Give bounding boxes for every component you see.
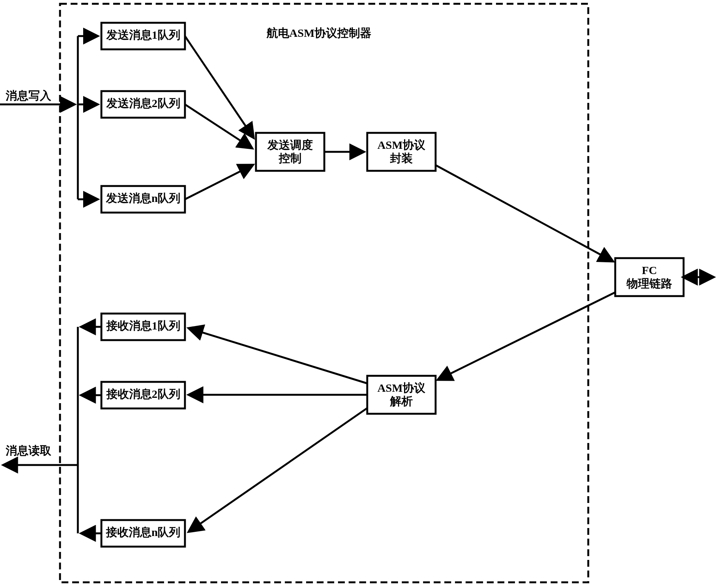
arrow-sendq1-sched — [185, 36, 253, 137]
arrow-parse-recvq1 — [189, 328, 367, 383]
fc-phy-l1: FC — [642, 264, 657, 276]
arrow-sendqn-sched — [185, 165, 253, 199]
send-queue-1-label: 发送消息1队列 — [106, 28, 180, 41]
container-title: 航电ASM协议控制器 — [266, 27, 372, 39]
label-msg-read: 消息读取 — [5, 444, 52, 457]
send-queue-2-label: 发送消息2队列 — [106, 97, 180, 109]
send-scheduler-l1: 发送调度 — [267, 139, 313, 151]
recv-queue-2-box: 接收消息2队列 — [101, 382, 185, 408]
recv-queue-1-box: 接收消息1队列 — [101, 314, 185, 340]
arrow-encap-fc — [436, 165, 613, 261]
asm-parse-box: ASM协议 解析 — [367, 376, 436, 414]
send-queue-2-box: 发送消息2队列 — [101, 91, 185, 118]
arrow-parse-recvqn — [189, 408, 367, 531]
label-msg-write: 消息写入 — [5, 89, 52, 102]
asm-encap-box: ASM协议 封装 — [367, 133, 436, 171]
send-queue-1-box: 发送消息1队列 — [101, 23, 185, 49]
send-scheduler-box: 发送调度 控制 — [256, 133, 324, 171]
recv-queue-n-label: 接收消息n队列 — [106, 526, 181, 538]
fc-phy-l2: 物理链路 — [626, 277, 672, 290]
asm-parse-l1: ASM协议 — [377, 381, 426, 394]
arrow-fc-parse — [438, 292, 615, 380]
recv-queue-2-label: 接收消息2队列 — [106, 388, 180, 400]
fc-phy-box: FC 物理链路 — [615, 258, 684, 296]
send-scheduler-l2: 控制 — [278, 152, 302, 164]
asm-encap-l2: 封装 — [390, 152, 413, 164]
send-queue-n-label: 发送消息n队列 — [106, 192, 181, 204]
recv-queue-n-box: 接收消息n队列 — [101, 520, 185, 547]
asm-parse-l2: 解析 — [390, 395, 413, 407]
asm-encap-l1: ASM协议 — [377, 139, 426, 151]
arrow-sendq2-sched — [185, 104, 252, 148]
send-queue-n-box: 发送消息n队列 — [101, 186, 185, 213]
recv-queue-1-label: 接收消息1队列 — [106, 319, 180, 332]
